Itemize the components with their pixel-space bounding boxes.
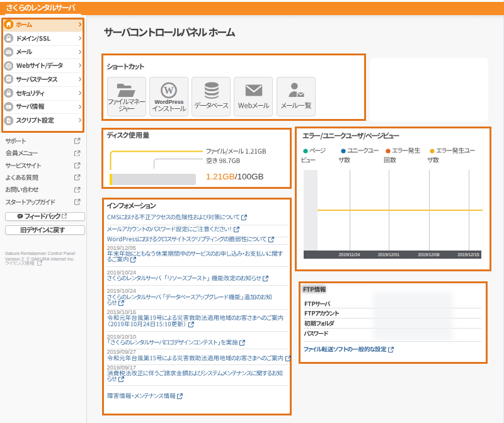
svg-text:W: W <box>164 85 174 96</box>
